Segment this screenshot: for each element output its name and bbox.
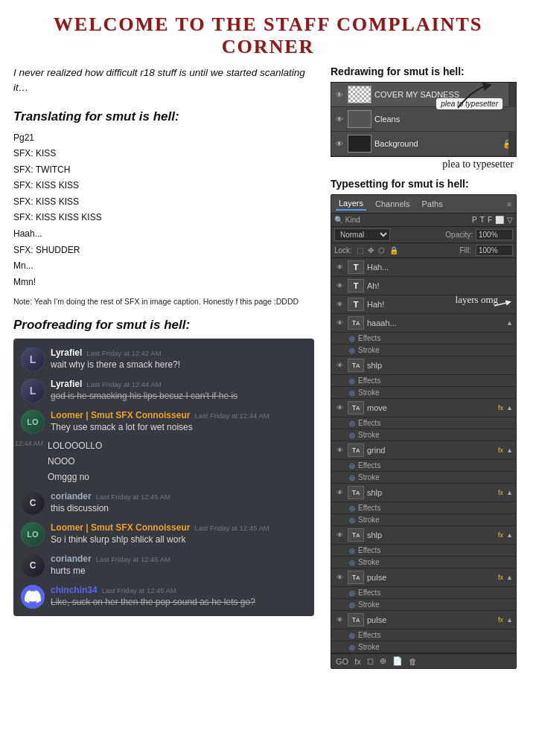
effects-icon: ◎ — [349, 589, 355, 597]
message-text: Omggg no — [48, 471, 307, 484]
fx-badge: fx — [498, 531, 503, 539]
visibility-icon[interactable]: 👁 — [334, 446, 345, 454]
effects-icon: ◎ — [349, 335, 355, 342]
ps-panel-menu[interactable]: ≡ — [507, 200, 511, 208]
layer-thumbnail: TA — [348, 443, 364, 457]
ps-lock-icon-4[interactable]: 🔒 — [389, 246, 398, 254]
visibility-icon[interactable]: 👁 — [334, 531, 345, 539]
layer-thumbnail: TA — [348, 359, 364, 372]
layer-thumbnail: TA — [348, 571, 364, 584]
stroke-label: Stroke — [358, 516, 380, 524]
typesetting-section: Typesetting for smut is hell: Layers Cha… — [331, 178, 523, 669]
expand-icon[interactable]: ▲ — [506, 531, 513, 539]
ps-footer-go[interactable]: GO — [336, 657, 348, 666]
layer-thumbnail: TA — [348, 401, 364, 414]
ps-layer-row[interactable]: 👁 TA shlp fx ▲ — [331, 484, 516, 502]
ps-lock-label: Lock: — [334, 246, 352, 254]
eye-icon[interactable]: 👁 — [334, 140, 345, 148]
message-text: So i think slurp shlp shlick all work — [51, 534, 307, 546]
ps-kind-row: 🔍 Kind P T F ⬜ ▽ — [331, 214, 516, 227]
effects-icon: ◎ — [349, 377, 355, 385]
ps-tab-layers[interactable]: Layers — [336, 197, 366, 211]
layer-row: 👁 Background 🔒 — [331, 132, 516, 156]
chat-message: L Lyrafiel Last Friday at 12:44 AM god i… — [13, 376, 314, 406]
expand-icon[interactable]: ▲ — [506, 404, 513, 411]
ps-lock-icon-3[interactable]: ⬡ — [378, 246, 385, 254]
ps-fill-input[interactable] — [476, 245, 513, 256]
visibility-icon[interactable]: 👁 — [334, 574, 345, 581]
ps-tab-channels[interactable]: Channels — [372, 198, 412, 210]
ps-tab-paths[interactable]: Paths — [419, 198, 446, 210]
message-text: this discussion — [51, 502, 307, 515]
ps-layer-row[interactable]: 👁 TA grind fx ▲ — [331, 441, 516, 460]
visibility-icon[interactable]: 👁 — [334, 282, 345, 289]
ps-layer-row[interactable]: 👁 TA pulse fx ▲ — [331, 611, 516, 630]
expand-icon[interactable]: ▲ — [506, 574, 513, 581]
redraw-layers-panel: 👁 COVER MY SADNESS 👁 Cleans — [331, 82, 517, 157]
visibility-icon[interactable]: 👁 — [334, 319, 345, 327]
ps-blend-mode-select[interactable]: Normal — [334, 228, 390, 241]
visibility-icon[interactable]: 👁 — [334, 616, 345, 624]
visibility-icon[interactable]: 👁 — [334, 489, 345, 496]
list-item: SFX: KISS — [13, 146, 314, 162]
ps-footer-mask[interactable]: ◻ — [367, 656, 374, 666]
effects-label: Effects — [358, 631, 380, 639]
message-header: Loomer | Smut SFX Connoisseur Last Frida… — [51, 410, 307, 420]
ps-layer-row[interactable]: 👁 T Hah... — [331, 258, 516, 277]
ps-footer-delete[interactable]: 🗑 — [409, 657, 417, 666]
visibility-icon[interactable]: 👁 — [334, 404, 345, 411]
expand-icon[interactable]: ▲ — [506, 489, 513, 496]
effects-icon: ◎ — [349, 462, 355, 470]
fx-badge: fx — [498, 574, 503, 581]
stroke-label: Stroke — [358, 431, 380, 439]
stroke-label: Stroke — [358, 643, 380, 651]
stroke-label: Stroke — [358, 558, 380, 566]
message-header: chinchin34 Last Friday at 12:45 AM — [51, 585, 307, 595]
effects-icon: ◎ — [349, 504, 355, 512]
layer-name-label: Hah... — [367, 263, 513, 272]
layer-name: Cleans — [374, 115, 513, 124]
ps-effects-row: ◎ Effects — [331, 417, 516, 429]
ps-layer-row[interactable]: 👁 TA pulse fx ▲ — [331, 568, 516, 587]
eye-icon[interactable]: 👁 — [334, 91, 345, 99]
visibility-icon[interactable]: 👁 — [334, 362, 345, 369]
ps-footer-group[interactable]: ⊕ — [380, 656, 386, 666]
effects-icon: ◎ — [349, 420, 355, 427]
left-column: I never realized how difficult r18 stuff… — [0, 65, 328, 676]
ps-layer-row[interactable]: 👁 TA haaah... ▲ — [331, 314, 516, 333]
expand-icon[interactable]: ▲ — [506, 446, 513, 454]
translating-note: Note: Yeah I'm doing the rest of SFX in … — [13, 296, 314, 307]
ps-layer-row[interactable]: 👁 T Ah! — [331, 277, 516, 295]
message-body: coriander Last Friday at 12:45 AM hurts … — [51, 554, 307, 577]
ps-opacity-input[interactable] — [476, 229, 513, 240]
ps-layer-row[interactable]: 👁 TA shlp — [331, 356, 516, 375]
list-item: SFX: KISS KISS — [13, 194, 314, 211]
ps-kind-icon-t[interactable]: T — [480, 216, 485, 224]
layer-thumbnail: T — [348, 298, 364, 311]
ps-footer-new[interactable]: 📄 — [392, 656, 403, 666]
ps-layer-row[interactable]: 👁 TA move fx ▲ — [331, 399, 516, 417]
ps-kind-icon-p[interactable]: P — [472, 216, 477, 224]
ps-stroke-row: ◎ Stroke — [331, 599, 516, 611]
eye-icon[interactable]: 👁 — [334, 115, 345, 124]
visibility-icon[interactable]: 👁 — [334, 263, 345, 271]
layer-thumbnail: TA — [348, 486, 364, 499]
ps-kind-icon-s[interactable]: ⬜ — [495, 216, 504, 224]
expand-icon[interactable]: ▲ — [506, 616, 513, 624]
layer-thumbnail — [348, 86, 371, 103]
ps-lock-icon-2[interactable]: ✥ — [368, 246, 374, 254]
ps-layer-row[interactable]: 👁 T Hah! layers omg — [331, 295, 516, 314]
ps-kind-label: 🔍 Kind — [334, 216, 360, 224]
expand-icon[interactable]: ▲ — [506, 319, 513, 327]
ps-kind-icon-v[interactable]: ▽ — [507, 216, 513, 224]
avatar: C — [21, 554, 45, 577]
ps-lock-icon-1[interactable]: ⬚ — [357, 246, 363, 254]
ps-kind-icon-f[interactable]: F — [488, 216, 492, 224]
ps-layer-row[interactable]: 👁 TA shlp fx ▲ — [331, 526, 516, 545]
photoshop-panel: Layers Channels Paths ≡ 🔍 Kind P T F ⬜ ▽ — [331, 194, 517, 669]
ps-panel-header: Layers Channels Paths ≡ — [331, 195, 516, 214]
effects-label: Effects — [358, 419, 380, 427]
visibility-icon[interactable]: 👁 — [334, 301, 345, 308]
redraw-panel: 👁 COVER MY SADNESS 👁 Cleans — [331, 82, 517, 172]
ps-footer-fx[interactable]: fx — [354, 657, 361, 666]
